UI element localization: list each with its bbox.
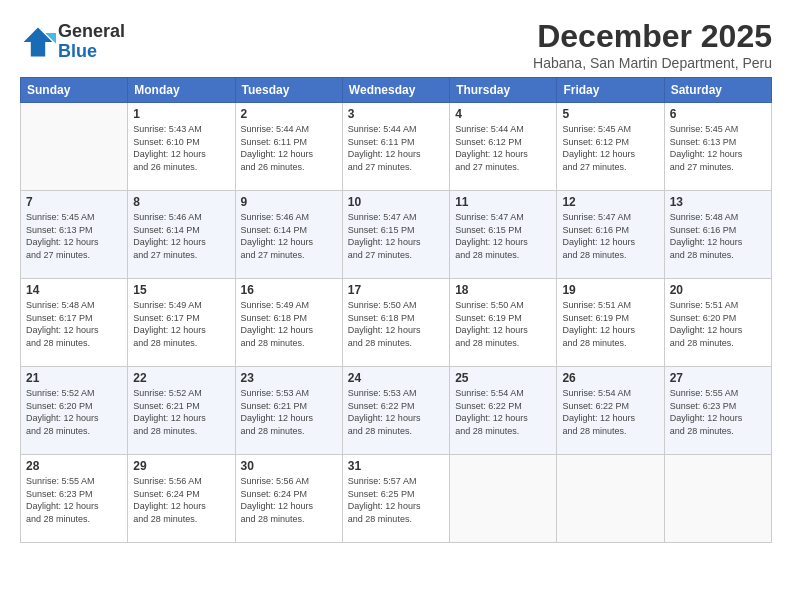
weekday-header-saturday: Saturday: [664, 78, 771, 103]
main-title: December 2025: [533, 18, 772, 55]
calendar-cell-3-5: 26Sunrise: 5:54 AM Sunset: 6:22 PM Dayli…: [557, 367, 664, 455]
day-number: 4: [455, 107, 551, 121]
day-number: 18: [455, 283, 551, 297]
calendar-cell-0-0: [21, 103, 128, 191]
day-detail: Sunrise: 5:57 AM Sunset: 6:25 PM Dayligh…: [348, 475, 444, 525]
logo: General Blue: [20, 22, 125, 62]
calendar-cell-4-6: [664, 455, 771, 543]
day-number: 22: [133, 371, 229, 385]
calendar-cell-4-2: 30Sunrise: 5:56 AM Sunset: 6:24 PM Dayli…: [235, 455, 342, 543]
calendar-cell-4-0: 28Sunrise: 5:55 AM Sunset: 6:23 PM Dayli…: [21, 455, 128, 543]
weekday-header-monday: Monday: [128, 78, 235, 103]
day-detail: Sunrise: 5:47 AM Sunset: 6:15 PM Dayligh…: [348, 211, 444, 261]
calendar-cell-0-6: 6Sunrise: 5:45 AM Sunset: 6:13 PM Daylig…: [664, 103, 771, 191]
day-number: 12: [562, 195, 658, 209]
day-detail: Sunrise: 5:48 AM Sunset: 6:17 PM Dayligh…: [26, 299, 122, 349]
day-detail: Sunrise: 5:46 AM Sunset: 6:14 PM Dayligh…: [133, 211, 229, 261]
day-detail: Sunrise: 5:51 AM Sunset: 6:19 PM Dayligh…: [562, 299, 658, 349]
day-detail: Sunrise: 5:43 AM Sunset: 6:10 PM Dayligh…: [133, 123, 229, 173]
calendar-cell-1-4: 11Sunrise: 5:47 AM Sunset: 6:15 PM Dayli…: [450, 191, 557, 279]
day-number: 5: [562, 107, 658, 121]
day-detail: Sunrise: 5:47 AM Sunset: 6:15 PM Dayligh…: [455, 211, 551, 261]
day-detail: Sunrise: 5:44 AM Sunset: 6:11 PM Dayligh…: [348, 123, 444, 173]
day-detail: Sunrise: 5:50 AM Sunset: 6:19 PM Dayligh…: [455, 299, 551, 349]
day-detail: Sunrise: 5:55 AM Sunset: 6:23 PM Dayligh…: [26, 475, 122, 525]
day-number: 8: [133, 195, 229, 209]
calendar-cell-1-3: 10Sunrise: 5:47 AM Sunset: 6:15 PM Dayli…: [342, 191, 449, 279]
calendar-cell-2-2: 16Sunrise: 5:49 AM Sunset: 6:18 PM Dayli…: [235, 279, 342, 367]
day-number: 1: [133, 107, 229, 121]
day-detail: Sunrise: 5:49 AM Sunset: 6:18 PM Dayligh…: [241, 299, 337, 349]
calendar-cell-1-1: 8Sunrise: 5:46 AM Sunset: 6:14 PM Daylig…: [128, 191, 235, 279]
calendar-cell-4-1: 29Sunrise: 5:56 AM Sunset: 6:24 PM Dayli…: [128, 455, 235, 543]
weekday-header-sunday: Sunday: [21, 78, 128, 103]
calendar-cell-1-5: 12Sunrise: 5:47 AM Sunset: 6:16 PM Dayli…: [557, 191, 664, 279]
day-number: 15: [133, 283, 229, 297]
day-number: 7: [26, 195, 122, 209]
weekday-header-thursday: Thursday: [450, 78, 557, 103]
calendar-cell-3-1: 22Sunrise: 5:52 AM Sunset: 6:21 PM Dayli…: [128, 367, 235, 455]
calendar-cell-0-5: 5Sunrise: 5:45 AM Sunset: 6:12 PM Daylig…: [557, 103, 664, 191]
calendar-week-1: 7Sunrise: 5:45 AM Sunset: 6:13 PM Daylig…: [21, 191, 772, 279]
day-number: 13: [670, 195, 766, 209]
calendar-cell-3-2: 23Sunrise: 5:53 AM Sunset: 6:21 PM Dayli…: [235, 367, 342, 455]
day-number: 28: [26, 459, 122, 473]
calendar-cell-0-4: 4Sunrise: 5:44 AM Sunset: 6:12 PM Daylig…: [450, 103, 557, 191]
day-number: 11: [455, 195, 551, 209]
calendar-cell-3-3: 24Sunrise: 5:53 AM Sunset: 6:22 PM Dayli…: [342, 367, 449, 455]
calendar-cell-3-4: 25Sunrise: 5:54 AM Sunset: 6:22 PM Dayli…: [450, 367, 557, 455]
day-detail: Sunrise: 5:54 AM Sunset: 6:22 PM Dayligh…: [455, 387, 551, 437]
weekday-header-friday: Friday: [557, 78, 664, 103]
logo-icon: [20, 24, 56, 60]
day-number: 19: [562, 283, 658, 297]
day-number: 10: [348, 195, 444, 209]
day-number: 6: [670, 107, 766, 121]
calendar-week-0: 1Sunrise: 5:43 AM Sunset: 6:10 PM Daylig…: [21, 103, 772, 191]
weekday-header-tuesday: Tuesday: [235, 78, 342, 103]
calendar-cell-4-4: [450, 455, 557, 543]
calendar-cell-4-5: [557, 455, 664, 543]
calendar-cell-2-4: 18Sunrise: 5:50 AM Sunset: 6:19 PM Dayli…: [450, 279, 557, 367]
day-detail: Sunrise: 5:49 AM Sunset: 6:17 PM Dayligh…: [133, 299, 229, 349]
day-number: 3: [348, 107, 444, 121]
calendar-cell-3-6: 27Sunrise: 5:55 AM Sunset: 6:23 PM Dayli…: [664, 367, 771, 455]
calendar-cell-1-2: 9Sunrise: 5:46 AM Sunset: 6:14 PM Daylig…: [235, 191, 342, 279]
calendar-week-2: 14Sunrise: 5:48 AM Sunset: 6:17 PM Dayli…: [21, 279, 772, 367]
calendar-cell-2-3: 17Sunrise: 5:50 AM Sunset: 6:18 PM Dayli…: [342, 279, 449, 367]
subtitle: Habana, San Martin Department, Peru: [533, 55, 772, 71]
day-detail: Sunrise: 5:56 AM Sunset: 6:24 PM Dayligh…: [241, 475, 337, 525]
day-detail: Sunrise: 5:51 AM Sunset: 6:20 PM Dayligh…: [670, 299, 766, 349]
day-detail: Sunrise: 5:44 AM Sunset: 6:12 PM Dayligh…: [455, 123, 551, 173]
day-number: 20: [670, 283, 766, 297]
day-number: 2: [241, 107, 337, 121]
day-number: 30: [241, 459, 337, 473]
calendar-week-3: 21Sunrise: 5:52 AM Sunset: 6:20 PM Dayli…: [21, 367, 772, 455]
day-detail: Sunrise: 5:50 AM Sunset: 6:18 PM Dayligh…: [348, 299, 444, 349]
calendar-cell-2-1: 15Sunrise: 5:49 AM Sunset: 6:17 PM Dayli…: [128, 279, 235, 367]
day-detail: Sunrise: 5:44 AM Sunset: 6:11 PM Dayligh…: [241, 123, 337, 173]
day-number: 21: [26, 371, 122, 385]
calendar-table: SundayMondayTuesdayWednesdayThursdayFrid…: [20, 77, 772, 543]
day-detail: Sunrise: 5:54 AM Sunset: 6:22 PM Dayligh…: [562, 387, 658, 437]
calendar-cell-0-3: 3Sunrise: 5:44 AM Sunset: 6:11 PM Daylig…: [342, 103, 449, 191]
day-detail: Sunrise: 5:45 AM Sunset: 6:13 PM Dayligh…: [26, 211, 122, 261]
day-detail: Sunrise: 5:52 AM Sunset: 6:21 PM Dayligh…: [133, 387, 229, 437]
day-number: 27: [670, 371, 766, 385]
day-detail: Sunrise: 5:56 AM Sunset: 6:24 PM Dayligh…: [133, 475, 229, 525]
day-detail: Sunrise: 5:53 AM Sunset: 6:21 PM Dayligh…: [241, 387, 337, 437]
header: General Blue December 2025 Habana, San M…: [20, 18, 772, 71]
day-number: 31: [348, 459, 444, 473]
weekday-header-wednesday: Wednesday: [342, 78, 449, 103]
weekday-header-row: SundayMondayTuesdayWednesdayThursdayFrid…: [21, 78, 772, 103]
day-number: 26: [562, 371, 658, 385]
calendar-cell-2-6: 20Sunrise: 5:51 AM Sunset: 6:20 PM Dayli…: [664, 279, 771, 367]
calendar-cell-3-0: 21Sunrise: 5:52 AM Sunset: 6:20 PM Dayli…: [21, 367, 128, 455]
day-detail: Sunrise: 5:48 AM Sunset: 6:16 PM Dayligh…: [670, 211, 766, 261]
logo-text: General Blue: [58, 22, 125, 62]
calendar-cell-0-2: 2Sunrise: 5:44 AM Sunset: 6:11 PM Daylig…: [235, 103, 342, 191]
day-number: 25: [455, 371, 551, 385]
day-number: 24: [348, 371, 444, 385]
day-number: 14: [26, 283, 122, 297]
calendar-week-4: 28Sunrise: 5:55 AM Sunset: 6:23 PM Dayli…: [21, 455, 772, 543]
day-detail: Sunrise: 5:46 AM Sunset: 6:14 PM Dayligh…: [241, 211, 337, 261]
